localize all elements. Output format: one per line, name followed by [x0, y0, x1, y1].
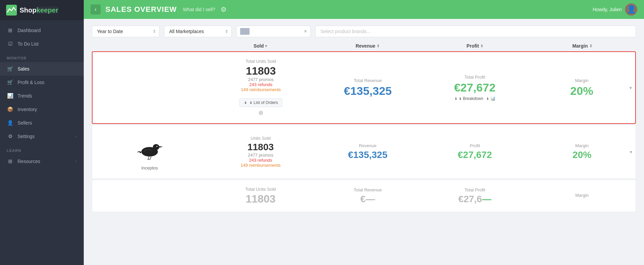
- drag-icon: ⊕: [211, 109, 310, 116]
- bottom-profit-block: Total Profit €27,6—: [421, 187, 529, 205]
- product-revenue-value: €135,325: [318, 150, 417, 160]
- product-margin-block: Margin 20% ▾: [529, 143, 636, 160]
- product-filter[interactable]: ×: [236, 26, 311, 37]
- sidebar-item-resources[interactable]: ⊞ Resources ‹: [0, 155, 84, 168]
- product-promos: 2477 promos: [211, 153, 310, 158]
- clear-filter-icon[interactable]: ×: [304, 28, 307, 34]
- col-header-sold[interactable]: Sold ▾: [207, 43, 314, 49]
- breakdown-arrow-icon: ↡: [454, 96, 458, 101]
- product-profit-block: Profit €27,672: [421, 143, 529, 160]
- summary-revenue-block: Total Revenue €135,325: [314, 78, 421, 98]
- summary-margin-block: Margin 20% ▾: [528, 78, 635, 98]
- list-orders-button[interactable]: ↡ ↡ List of Orders: [239, 98, 282, 107]
- sort-profit-icon: ⇕: [480, 44, 483, 48]
- sidebar-item-label: Inventory: [18, 107, 37, 112]
- product-row-inceptos: Inceptos Units Sold 11803 2477 promos 24…: [92, 125, 636, 179]
- margin-expand-icon[interactable]: ▾: [629, 85, 632, 90]
- breakdown-button[interactable]: ↡ ↡ Breakdown: [454, 96, 483, 101]
- reimbursements-text: 149 reimbursements: [211, 87, 310, 92]
- product-revenue-label: Revenue: [318, 143, 417, 148]
- svg-marker-3: [159, 146, 163, 148]
- sidebar-item-trends[interactable]: 📊 Trends: [0, 89, 84, 103]
- bottom-margin-label: Margin: [533, 193, 632, 198]
- bottom-units-value: 11803: [211, 193, 310, 205]
- bottom-sold-block: Total Units Sold 11803: [207, 187, 314, 205]
- user-info: Howdy, Julien 👤: [593, 3, 637, 16]
- svg-line-6: [148, 157, 149, 160]
- list-orders-label: ↡ List of Orders: [249, 100, 278, 105]
- product-sold-block: Units Sold 11803 2477 promos 243 refunds…: [207, 136, 314, 168]
- breakdown-links: ↡ ↡ Breakdown ↡ 📊: [426, 96, 524, 101]
- sidebar-item-todo[interactable]: ☑ To Do List: [0, 37, 84, 51]
- summary-margin-label: Margin: [532, 78, 631, 83]
- avatar: 👤: [625, 3, 637, 16]
- col-header-revenue[interactable]: Revenue ⇕: [314, 43, 421, 49]
- sidebar-nav: ⊞ Dashboard ☑ To Do List MONITOR 🛒 Sales…: [0, 20, 84, 265]
- product-margin-expand-icon[interactable]: ▾: [630, 149, 632, 155]
- list-orders-icon: ↡: [244, 100, 247, 105]
- product-reimbursements: 149 reimbursements: [211, 163, 310, 168]
- sidebar-item-dashboard[interactable]: ⊞ Dashboard: [0, 24, 84, 37]
- summary-profit-block: Total Profit €27,672 ↡ ↡ Breakdown ↡ 📊: [421, 75, 529, 101]
- total-profit-value: €27,672: [426, 81, 524, 94]
- sidebar-item-label: Profit & Loss: [18, 80, 44, 85]
- sidebar-item-label: To Do List: [18, 41, 38, 47]
- logo-text: Shopkeeper: [20, 6, 58, 14]
- sidebar-item-label: Trends: [18, 93, 32, 99]
- main-area: ‹ SALES OVERVIEW What did I sell? ⚙ Howd…: [84, 0, 644, 265]
- breakdown-chart-button[interactable]: ↡ 📊: [486, 96, 495, 101]
- dashboard-icon: ⊞: [7, 27, 14, 33]
- sidebar-item-sales[interactable]: 🛒 Sales: [0, 62, 84, 76]
- marketplace-wrapper: All Marketplaces Amazon US Amazon UK Ama…: [164, 26, 232, 37]
- summary-margin-value: 20%: [532, 84, 631, 98]
- back-button[interactable]: ‹: [91, 4, 101, 15]
- product-units-label: Units Sold: [211, 136, 310, 141]
- learn-section-label: LEARN: [0, 143, 84, 155]
- sidebar-item-label: Sellers: [18, 120, 32, 126]
- page-subtitle: What did I sell?: [183, 7, 215, 12]
- product-profit-label: Profit: [426, 143, 524, 148]
- col-header-margin[interactable]: Margin ⇕: [529, 43, 636, 49]
- inventory-icon: 📦: [7, 106, 14, 112]
- product-profit-value: €27,672: [426, 150, 524, 160]
- sellers-icon: 👤: [7, 120, 14, 126]
- brand-filter-input[interactable]: Select product brands...: [315, 26, 636, 37]
- promos-text: 2477 promos: [211, 77, 310, 82]
- sidebar-item-sellers[interactable]: 👤 Sellers: [0, 116, 84, 130]
- product-units-value: 11803: [211, 142, 310, 153]
- page-title: SALES OVERVIEW: [105, 5, 177, 14]
- product-margin-label: Margin: [533, 143, 632, 148]
- date-range-wrapper: Year to Date Today Yesterday Last 7 Days…: [92, 26, 159, 37]
- crow-image: [134, 136, 165, 160]
- monitor-section-label: MONITOR: [0, 51, 84, 62]
- sidebar-item-profit-loss[interactable]: 🛒 Profit & Loss: [0, 76, 84, 89]
- sidebar-item-label: Settings: [18, 134, 35, 139]
- date-range-select[interactable]: Year to Date Today Yesterday Last 7 Days…: [92, 26, 159, 37]
- gear-icon[interactable]: ⚙: [221, 5, 227, 14]
- content-area: Year to Date Today Yesterday Last 7 Days…: [84, 19, 644, 265]
- product-name: Inceptos: [141, 165, 158, 170]
- total-profit-label: Total Profit: [426, 75, 524, 80]
- sidebar-item-inventory[interactable]: 📦 Inventory: [0, 103, 84, 116]
- svg-point-2: [153, 144, 159, 150]
- settings-chevron-icon: ‹: [76, 134, 77, 139]
- todo-icon: ☑: [7, 41, 14, 47]
- svg-point-5: [157, 146, 158, 147]
- sidebar-item-settings[interactable]: ⚙ Settings ‹: [0, 130, 84, 143]
- total-units-value: 11803: [211, 65, 310, 77]
- bottom-profit-value: €27,6—: [426, 194, 524, 205]
- product-thumbnail: [240, 28, 250, 35]
- product-image: [134, 133, 165, 163]
- sort-revenue-icon: ⇕: [377, 44, 380, 48]
- sales-icon: 🛒: [7, 66, 14, 72]
- total-revenue-value: €135,325: [318, 84, 417, 98]
- sort-sold-icon: ▾: [265, 44, 267, 48]
- marketplace-select[interactable]: All Marketplaces Amazon US Amazon UK Ama…: [164, 26, 232, 37]
- filter-text: [252, 29, 254, 34]
- col-header-profit[interactable]: Profit ⇕: [421, 43, 529, 49]
- filter-bar: Year to Date Today Yesterday Last 7 Days…: [92, 26, 636, 37]
- topbar: ‹ SALES OVERVIEW What did I sell? ⚙ Howd…: [84, 0, 644, 19]
- sidebar-item-label: Resources: [18, 159, 40, 164]
- product-margin-value: 20%: [533, 150, 632, 160]
- total-revenue-label: Total Revenue: [318, 78, 417, 83]
